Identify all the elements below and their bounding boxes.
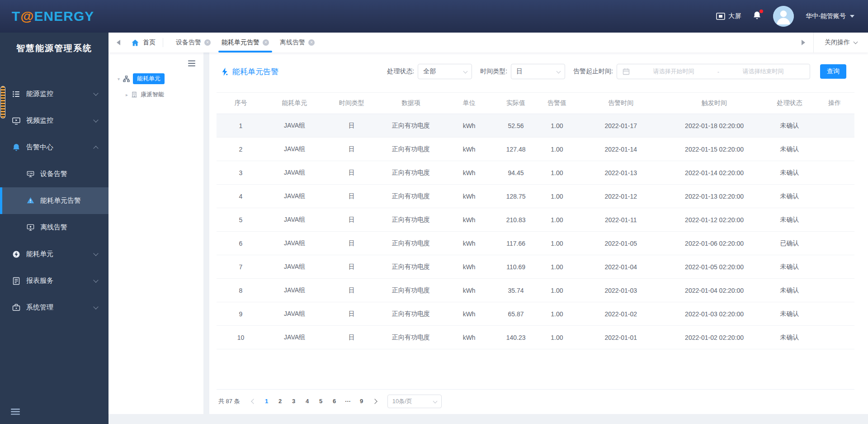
page-size-select[interactable]: 10条/页 [387, 395, 442, 408]
chevron-up-icon [93, 146, 98, 151]
table-cell: 2022-01-02 02:20:00 [664, 326, 764, 349]
chevron-down-icon [93, 251, 98, 256]
table-row[interactable]: 3 JAVA组 日 正向有功电度 kWh 94.45 1.00 2022-01-… [217, 161, 854, 185]
chevron-left-icon [251, 399, 256, 404]
page-button[interactable]: 4 [302, 395, 313, 407]
close-operations-dropdown[interactable]: 关闭操作 [814, 38, 868, 47]
table-cell: 110.69 [495, 255, 537, 279]
chevron-down-icon [850, 15, 854, 18]
table-row[interactable]: 7 JAVA组 日 正向有功电度 kWh 110.69 1.00 2022-01… [217, 255, 854, 279]
close-icon[interactable] [263, 39, 269, 46]
time-type-select[interactable]: 日 [511, 64, 565, 79]
table-cell: 正向有功电度 [379, 255, 443, 279]
table-cell: JAVA组 [265, 255, 324, 279]
tree-node-root[interactable]: ▾ 能耗单元 [118, 73, 165, 84]
chevron-down-icon [854, 40, 858, 44]
table-bottom-border [217, 389, 854, 390]
account-menu[interactable]: 华中-能管账号 [806, 12, 854, 20]
status-cell: 未确认 [764, 185, 815, 208]
tab-offline-alarm[interactable]: 离线告警 [274, 33, 320, 52]
table-cell: 2022-01-03 02:20:00 [664, 302, 764, 326]
table-cell: 2022-01-12 02:20:00 [664, 208, 764, 232]
sidebar-item-energy-unit-alarm[interactable]: 能耗单元告警 [0, 187, 108, 214]
page-button[interactable]: 2 [274, 395, 286, 407]
sidebar-item-alarm-center[interactable]: 告警中心 [0, 134, 108, 161]
tab-device-alarm[interactable]: 设备告警 [170, 33, 216, 52]
status-filter-label: 处理状态: [387, 67, 414, 76]
prev-page-button[interactable] [248, 396, 259, 407]
big-screen-button[interactable]: 大屏 [716, 12, 741, 20]
table-cell: 日 [324, 185, 379, 208]
table-cell: 1.00 [536, 279, 577, 302]
avatar[interactable] [773, 6, 794, 27]
table-row[interactable]: 5 JAVA组 日 正向有功电度 kWh 210.83 1.00 2022-01… [217, 208, 854, 232]
page-button[interactable]: 6 [329, 395, 340, 407]
page-button[interactable]: 9 [356, 395, 368, 407]
tree-node-label-selected[interactable]: 能耗单元 [133, 73, 165, 84]
sidebar-item-offline-alarm[interactable]: 离线告警 [0, 214, 108, 241]
tree-panel: ▾ 能耗单元 ▸ 康派智能 [108, 52, 203, 414]
table-row[interactable]: 2 JAVA组 日 正向有功电度 kWh 127.48 1.00 2022-01… [217, 138, 854, 161]
table-cell: 2022-01-03 [577, 279, 664, 302]
start-date-placeholder[interactable]: 请选择开始时间 [632, 67, 715, 76]
table-header-cell: 序号 [217, 93, 265, 114]
action-cell [815, 279, 854, 302]
table-row[interactable]: 1 JAVA组 日 正向有功电度 kWh 52.56 1.00 2022-01-… [217, 114, 854, 138]
table-cell: 2022-01-15 02:20:00 [664, 138, 764, 161]
tree-collapse-button[interactable] [188, 60, 195, 68]
sidebar-item-device-alarm[interactable]: 设备告警 [0, 161, 108, 187]
sidebar-item-label: 能耗单元告警 [40, 196, 81, 205]
caret-right-icon[interactable]: ▸ [126, 92, 128, 97]
sidebar-item-energy-unit[interactable]: 能耗单元 [0, 241, 108, 267]
page-button[interactable]: 3 [288, 395, 300, 407]
date-range-picker[interactable]: 请选择开始时间 - 请选择结束时间 [617, 64, 810, 79]
sidebar-item-label: 能源监控 [26, 90, 53, 98]
tab-home[interactable]: 首页 [131, 33, 156, 52]
table-row[interactable]: 9 JAVA组 日 正向有功电度 kWh 65.87 1.00 2022-01-… [217, 302, 854, 326]
table-cell: 52.56 [495, 114, 537, 138]
notification-button[interactable] [753, 11, 761, 22]
sidebar-item-label: 视频监控 [26, 116, 53, 125]
page-button[interactable]: ··· [342, 395, 354, 407]
tab-label: 离线告警 [280, 38, 305, 47]
sidebar-item-energy-monitor[interactable]: 能源监控 [0, 81, 108, 107]
table-row[interactable]: 10 JAVA组 日 正向有功电度 kWh 140.23 1.00 2022-0… [217, 326, 854, 349]
page-button[interactable]: 1 [261, 395, 273, 407]
table-cell: JAVA组 [265, 185, 324, 208]
account-name: 华中-能管账号 [806, 12, 846, 20]
status-select[interactable]: 全部 [418, 64, 472, 79]
search-button[interactable]: 查询 [820, 64, 846, 79]
action-cell [815, 208, 854, 232]
system-title: 智慧能源管理系统 [0, 43, 108, 54]
sidebar-item-system-management[interactable]: 系统管理 [0, 294, 108, 321]
table-cell: 1.00 [536, 138, 577, 161]
table-cell: 1.00 [536, 232, 577, 255]
sidebar-item-report-service[interactable]: 报表服务 [0, 267, 108, 294]
caret-down-icon[interactable]: ▾ [118, 76, 120, 81]
table-row[interactable]: 8 JAVA组 日 正向有功电度 kWh 35.74 1.00 2022-01-… [217, 279, 854, 302]
main-panel: 能耗单元告警 处理状态: 全部 时间类型: 日 告警起止时间: 请选择开始时间 … [209, 52, 868, 414]
table-row[interactable]: 4 JAVA组 日 正向有功电度 kWh 128.75 1.00 2022-01… [217, 185, 854, 208]
close-icon[interactable] [204, 39, 211, 46]
tab-energy-unit-alarm[interactable]: 能耗单元告警 [216, 33, 274, 52]
tabs-scroll-right-icon[interactable] [802, 40, 805, 45]
tabs-scroll-left-icon[interactable] [117, 40, 120, 45]
table-cell: 2 [217, 138, 265, 161]
page-button[interactable]: 5 [315, 395, 327, 407]
sidebar-collapse-button[interactable] [11, 409, 20, 417]
end-date-placeholder[interactable]: 请选择结束时间 [722, 67, 804, 76]
table-cell: 日 [324, 138, 379, 161]
table-cell: 正向有功电度 [379, 326, 443, 349]
close-icon[interactable] [308, 39, 315, 46]
table-row[interactable]: 6 JAVA组 日 正向有功电度 kWh 117.66 1.00 2022-01… [217, 232, 854, 255]
sidebar-item-video-monitor[interactable]: 视频监控 [0, 107, 108, 134]
next-page-button[interactable] [369, 396, 380, 407]
table-cell: 1 [217, 114, 265, 138]
range-separator: - [717, 68, 719, 75]
tab-label: 首页 [143, 38, 156, 47]
home-icon [131, 39, 139, 47]
table-cell: 1.00 [536, 185, 577, 208]
tree-node-child[interactable]: ▸ 康派智能 [126, 91, 164, 99]
chevron-down-icon [93, 304, 98, 309]
table-cell: 日 [324, 255, 379, 279]
